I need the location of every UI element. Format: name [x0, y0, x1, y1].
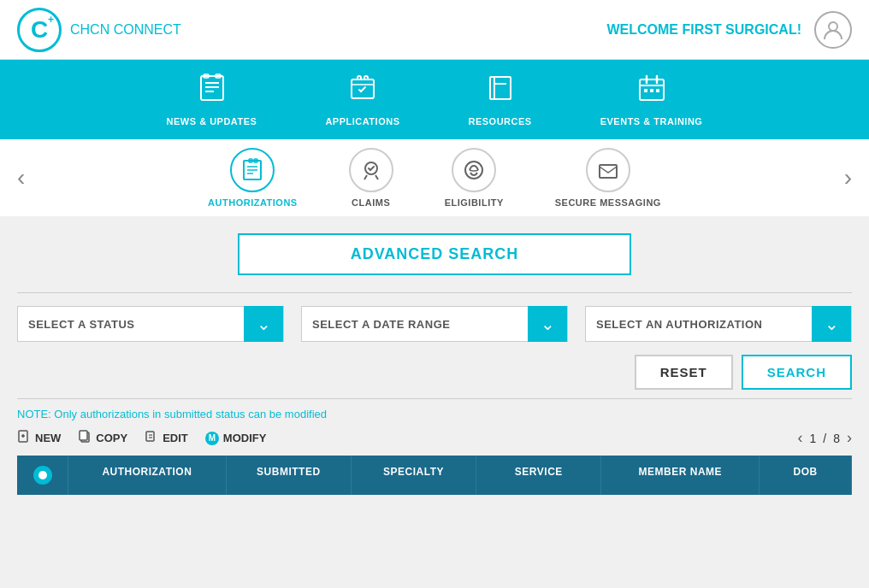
- svg-point-0: [829, 22, 837, 31]
- nav-item-news-updates[interactable]: NEWS & UPDATES: [167, 73, 257, 126]
- new-button[interactable]: NEW: [17, 430, 61, 447]
- copy-label: COPY: [96, 432, 127, 444]
- subnav-item-authorizations[interactable]: AUTHORIZATIONS: [208, 148, 298, 208]
- radio-inner: [38, 471, 47, 479]
- sub-nav: ‹ AUTHORIZATIONS CLAIMS: [0, 139, 869, 216]
- user-avatar[interactable]: [814, 11, 852, 49]
- nav-label-events-training: EVENTS & TRAINING: [600, 116, 703, 126]
- eligibility-icon: [452, 148, 496, 192]
- th-submitted: SUBMITTED: [227, 456, 352, 495]
- authorization-chevron-icon: ⌄: [825, 314, 839, 334]
- subnav-item-secure-messaging[interactable]: SECURE MESSAGING: [555, 148, 661, 208]
- svg-rect-32: [80, 431, 87, 440]
- date-range-select-text: SELECT A DATE RANGE: [302, 318, 528, 331]
- svg-rect-17: [650, 89, 653, 92]
- status-chevron-icon: ⌄: [257, 314, 271, 334]
- date-range-select[interactable]: SELECT A DATE RANGE ⌄: [301, 306, 568, 342]
- authorizations-icon: [230, 148, 275, 192]
- secure-messaging-icon: [586, 148, 630, 192]
- main-content: ADVANCED SEARCH SELECT A STATUS ⌄ SELECT…: [0, 216, 869, 512]
- modify-button[interactable]: M MODIFY: [205, 432, 267, 445]
- th-service: SERVICE: [476, 456, 601, 495]
- nav-item-events-training[interactable]: EVENTS & TRAINING: [600, 73, 703, 126]
- svg-rect-27: [600, 165, 617, 178]
- subnav-label-authorizations: AUTHORIZATIONS: [208, 197, 298, 208]
- nav-label-applications: APPLICATIONS: [325, 116, 399, 126]
- edit-icon: [145, 430, 158, 447]
- new-label: NEW: [35, 432, 61, 444]
- th-specialty: SPECIALTY: [352, 456, 476, 495]
- claims-icon: [349, 148, 393, 192]
- new-icon: [17, 430, 31, 447]
- advanced-search-button[interactable]: ADVANCED SEARCH: [238, 233, 631, 275]
- main-nav: NEWS & UPDATES APPLICATIONS RESOURCES: [0, 60, 869, 139]
- page-current: 1: [810, 432, 817, 445]
- th-member-name: MEMBER NAME: [601, 456, 760, 495]
- logo-connect: CONNECT: [109, 22, 181, 37]
- select-radio-icon: [33, 466, 52, 485]
- page-next-button[interactable]: ›: [847, 429, 852, 447]
- carousel-prev-button[interactable]: ‹: [17, 164, 25, 191]
- note-text: NOTE: Only authorizations in submitted s…: [17, 408, 852, 420]
- logo-icon: C +: [17, 8, 62, 52]
- filter-row: SELECT A STATUS ⌄ SELECT A DATE RANGE ⌄ …: [17, 306, 852, 342]
- page-prev-button[interactable]: ‹: [798, 429, 803, 447]
- authorization-select[interactable]: SELECT AN AUTHORIZATION ⌄: [585, 306, 852, 342]
- table-header: AUTHORIZATION SUBMITTED SPECIALTY SERVIC…: [17, 456, 852, 495]
- modify-icon: M: [205, 432, 219, 445]
- header-right: WELCOME FIRST SURGICAL!: [606, 11, 852, 49]
- status-dropdown-button[interactable]: ⌄: [244, 306, 283, 342]
- date-range-dropdown-button[interactable]: ⌄: [528, 306, 567, 342]
- authorization-select-text: SELECT AN AUTHORIZATION: [586, 318, 812, 331]
- events-training-icon: [636, 73, 667, 109]
- toolbar-left: NEW COPY ED: [17, 430, 266, 447]
- svg-rect-33: [146, 432, 154, 441]
- page-separator: /: [823, 432, 826, 445]
- svg-rect-9: [490, 77, 511, 99]
- advanced-search-container: ADVANCED SEARCH: [17, 233, 852, 275]
- divider-2: [17, 398, 852, 399]
- page-total: 8: [833, 432, 840, 445]
- search-button[interactable]: SEARCH: [742, 355, 852, 390]
- svg-rect-16: [644, 89, 647, 92]
- divider-1: [17, 292, 852, 293]
- th-select: [17, 456, 68, 495]
- logo-plus: +: [48, 14, 54, 26]
- applications-icon: [347, 73, 378, 109]
- subnav-label-claims: CLAIMS: [352, 197, 390, 208]
- th-authorization: AUTHORIZATION: [68, 456, 227, 495]
- action-buttons: RESET SEARCH: [17, 355, 852, 390]
- authorization-dropdown-button[interactable]: ⌄: [812, 306, 851, 342]
- toolbar: NEW COPY ED: [17, 429, 852, 447]
- copy-icon: [78, 430, 92, 447]
- modify-label: MODIFY: [223, 432, 267, 444]
- nav-label-news-updates: NEWS & UPDATES: [167, 116, 257, 126]
- news-updates-icon: [197, 73, 228, 109]
- reset-button[interactable]: RESET: [635, 355, 733, 390]
- welcome-text: WELCOME FIRST SURGICAL!: [606, 22, 801, 38]
- header: C + CHCN CONNECT WELCOME FIRST SURGICAL!: [0, 0, 869, 60]
- subnav-item-claims[interactable]: CLAIMS: [349, 148, 393, 208]
- edit-label: EDIT: [163, 432, 188, 444]
- status-select[interactable]: SELECT A STATUS ⌄: [17, 306, 284, 342]
- logo-c-letter: C: [31, 18, 48, 42]
- nav-label-resources: RESOURCES: [468, 116, 531, 126]
- subnav-label-secure-messaging: SECURE MESSAGING: [555, 197, 661, 208]
- logo-chcn: CHCN: [70, 22, 109, 37]
- subnav-item-eligibility[interactable]: ELIGIBILITY: [445, 148, 504, 208]
- date-range-chevron-icon: ⌄: [541, 314, 555, 334]
- th-dob: DOB: [760, 456, 852, 495]
- edit-button[interactable]: EDIT: [145, 430, 188, 447]
- copy-button[interactable]: COPY: [78, 430, 127, 447]
- toolbar-right: ‹ 1 / 8 ›: [798, 429, 852, 447]
- resources-icon: [485, 73, 516, 109]
- status-select-text: SELECT A STATUS: [18, 318, 244, 331]
- carousel-next-button[interactable]: ›: [844, 164, 852, 191]
- logo-area: C + CHCN CONNECT: [17, 8, 181, 52]
- svg-rect-18: [656, 89, 659, 92]
- subnav-label-eligibility: ELIGIBILITY: [445, 197, 504, 208]
- nav-item-resources[interactable]: RESOURCES: [468, 73, 531, 126]
- nav-item-applications[interactable]: APPLICATIONS: [325, 73, 399, 126]
- logo-text: CHCN CONNECT: [70, 22, 181, 38]
